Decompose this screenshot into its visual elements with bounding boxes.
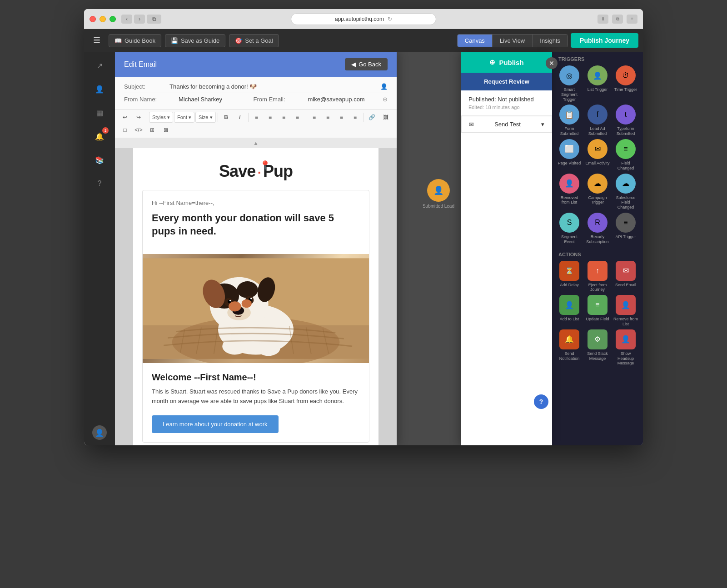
close-panel-button[interactable]: ✕ [546, 57, 558, 69]
trigger-item-smart-segment[interactable]: ◎ Smart Segment Trigger [557, 65, 582, 102]
trigger-item-field[interactable]: ≡ Field Changed [613, 139, 638, 171]
trigger-item-campaign[interactable]: ☁ Campaign Trigger [585, 174, 610, 210]
sidebar-icon-arrow[interactable]: ↗ [91, 57, 108, 74]
trigger-item-salesforce[interactable]: ☁ Salesforce Field Changed [613, 174, 638, 210]
align-center-button[interactable]: ≡ [264, 111, 277, 123]
from-name-value[interactable]: Michael Sharkey [179, 96, 244, 103]
ordered-list-button[interactable]: ≡ [322, 111, 334, 123]
trigger-item-recurly[interactable]: R Recurly Subscription [585, 213, 610, 244]
url-bar[interactable]: app.autopilothq.com ↻ [291, 13, 436, 25]
trigger-item-api[interactable]: ≡ API Trigger [613, 213, 638, 244]
redo-button[interactable]: ↪ [132, 111, 145, 123]
publish-status: Published: Not published Edited: 18 minu… [461, 90, 552, 116]
window-mode-icon[interactable]: ⧉ [147, 15, 161, 24]
trigger-item-page[interactable]: ⬜ Page Visited [557, 139, 582, 171]
canvas-tab[interactable]: Canvas [458, 35, 493, 47]
window-controls-right: ⬆ ⧉ + [598, 15, 637, 24]
align-left-button[interactable]: ≡ [250, 111, 263, 123]
italic-button[interactable]: I [234, 111, 246, 123]
size-dropdown[interactable]: Size ▾ [195, 112, 215, 123]
add-tab-icon[interactable]: + [627, 15, 637, 24]
submitted-lead-icon: 👤 [427, 179, 450, 202]
submitted-lead-label: Submitted Lead [423, 204, 454, 209]
block-button[interactable]: □ [119, 124, 131, 136]
svg-point-19 [242, 299, 252, 308]
trigger-item-typeform[interactable]: t Typeform Submitted [613, 105, 638, 136]
trigger-item-email[interactable]: ✉ Email Activity [585, 139, 610, 171]
list-trigger-icon: 👤 [588, 65, 607, 85]
undo-button[interactable]: ↩ [119, 111, 131, 123]
from-email-value[interactable]: mike@saveapup.com [308, 96, 374, 103]
reload-icon[interactable]: ↻ [388, 16, 392, 22]
sidebar-icon-grid[interactable]: ▦ [91, 105, 108, 121]
more-button[interactable]: ⊠ [159, 124, 172, 136]
action-item-add-to-list[interactable]: 👤 Add to List [557, 295, 582, 327]
lead-ad-label: Lead Ad Submitted [585, 126, 610, 136]
publish-journey-button[interactable]: Publish Journey [571, 33, 638, 48]
action-item-remove-from-list[interactable]: 👤 Remove from List [613, 295, 638, 327]
unordered-list-button[interactable]: ≡ [308, 111, 321, 123]
sidebar-icon-help[interactable]: ? [91, 175, 108, 192]
minimize-button[interactable] [100, 16, 106, 22]
align-justify-button[interactable]: ≡ [291, 111, 304, 123]
trigger-item-lead-ad[interactable]: f Lead Ad Submitted [585, 105, 610, 136]
go-back-button[interactable]: ◀ Go Back [345, 58, 388, 70]
sidebar-icon-book[interactable]: 📚 [91, 152, 108, 168]
sidebar-icon-user[interactable]: 👤 [91, 81, 108, 97]
styles-dropdown[interactable]: Styles ▾ [149, 112, 173, 123]
guide-book-button[interactable]: 📖 Guide Book [109, 34, 161, 47]
action-item-update-field[interactable]: ≡ Update Field [585, 295, 610, 327]
new-window-icon[interactable]: ⧉ [612, 15, 623, 24]
user-avatar[interactable]: 👤 [92, 425, 107, 440]
mac-window: ‹ › ⧉ app.autopilothq.com ↻ ⬆ ⧉ + ☰ 📖 Gu… [84, 9, 643, 445]
collapse-arrow[interactable]: ▲ [115, 138, 397, 148]
publish-icon: ⊕ [489, 58, 495, 66]
action-item-notification[interactable]: 🔔 Send Notification [557, 329, 582, 366]
align-right-button[interactable]: ≡ [278, 111, 290, 123]
action-item-slack[interactable]: ⚙ Send Slack Message [585, 329, 610, 366]
cta-button[interactable]: Learn more about your donation at work [152, 415, 279, 433]
maximize-button[interactable] [110, 16, 116, 22]
sidebar-icon-notification[interactable]: 🔔 1 [91, 128, 108, 145]
code-button[interactable]: </> [132, 124, 145, 136]
send-test-button[interactable]: ✉ Send Test ▾ [461, 116, 552, 133]
close-button[interactable] [90, 16, 96, 22]
book-icon: 📖 [115, 37, 122, 44]
editor-meta: Subject: Thanks for becoming a donor! 🐶 … [115, 77, 397, 110]
submitted-lead-node[interactable]: 👤 Submitted Lead [423, 179, 454, 209]
image-button[interactable]: 🖼 [379, 111, 392, 123]
subject-value[interactable]: Thanks for becoming a donor! 🐶 [169, 83, 380, 90]
email-activity-label: Email Activity [585, 161, 609, 166]
campaign-trigger-label: Campaign Trigger [585, 195, 610, 205]
insights-tab[interactable]: Insights [533, 35, 568, 47]
outdent-button[interactable]: ≡ [349, 111, 362, 123]
trigger-item-removed[interactable]: 👤 Removed from List [557, 174, 582, 210]
typeform-icon: t [616, 105, 636, 125]
table-button[interactable]: ⊞ [146, 124, 159, 136]
action-item-delay[interactable]: ⏳ Add Delay [557, 261, 582, 293]
action-item-headsup[interactable]: 👤 Show Headsup Message [613, 329, 638, 366]
set-a-goal-button[interactable]: 🎯 Set a Goal [229, 34, 279, 47]
font-dropdown[interactable]: Font ▾ [174, 112, 194, 123]
trigger-item-form[interactable]: 📋 Form Submitted [557, 105, 582, 136]
trigger-item-segment[interactable]: S Segment Event [557, 213, 582, 244]
add-to-list-label: Add to List [560, 317, 579, 322]
action-item-eject[interactable]: ↑ Eject from Journey [585, 261, 610, 293]
live-view-tab[interactable]: Live View [493, 35, 533, 47]
editor-body[interactable]: Save · Pup 📍 Hi --First Name=there--, Ev… [115, 148, 397, 445]
help-button[interactable]: ? [534, 394, 548, 409]
bold-button[interactable]: B [220, 111, 233, 123]
forward-nav-icon[interactable]: › [134, 15, 145, 24]
trigger-item-list[interactable]: 👤 List Trigger [585, 65, 610, 102]
action-item-send-email[interactable]: ✉ Send Email [613, 261, 638, 293]
indent-button[interactable]: ≡ [335, 111, 348, 123]
hamburger-menu-icon[interactable]: ☰ [89, 33, 105, 48]
link-button[interactable]: 🔗 [366, 111, 378, 123]
share-icon[interactable]: ⬆ [598, 15, 608, 24]
headline-text: Every month your donation will save 5 pu… [152, 212, 360, 238]
request-review-button[interactable]: Request Review [461, 73, 552, 90]
publish-button[interactable]: ⊕ Publish [461, 52, 552, 73]
save-as-guide-button[interactable]: 💾 Save as Guide [165, 34, 225, 47]
trigger-item-time[interactable]: ⏱ Time Trigger [613, 65, 638, 102]
back-nav-icon[interactable]: ‹ [121, 15, 132, 24]
